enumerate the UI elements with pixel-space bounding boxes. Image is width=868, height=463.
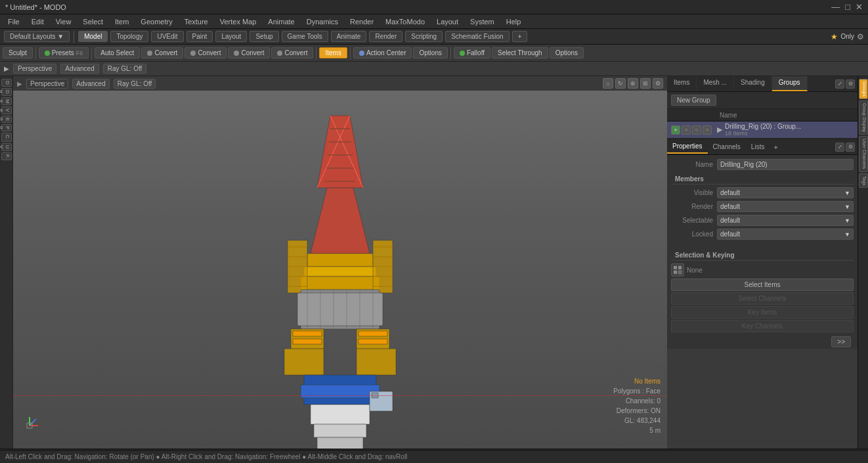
menu-help[interactable]: Help	[501, 16, 527, 27]
vtab-groups[interactable]: Groups	[859, 79, 868, 99]
vp-icon-rotate[interactable]: ↻	[615, 78, 626, 89]
prop-settings-icon[interactable]: ⚙	[846, 143, 855, 152]
vtab-tags[interactable]: Tags	[859, 173, 868, 188]
default-layouts-dropdown[interactable]: Default Layouts ▼	[4, 31, 70, 42]
sidebar-tab-d[interactable]: D	[1, 79, 12, 87]
prop-expand-icon[interactable]: ⤢	[835, 143, 844, 152]
render-dropdown[interactable]: default▼	[717, 201, 854, 212]
name-input[interactable]	[717, 159, 854, 170]
group-expand-arrow[interactable]: ▶	[717, 125, 725, 134]
sidebar-tab-c[interactable]: C.	[1, 133, 12, 142]
mode-render[interactable]: Render	[369, 31, 402, 42]
locked-dropdown[interactable]: default▼	[717, 229, 854, 240]
viewport-mode-btn[interactable]: Perspective	[13, 64, 56, 74]
vp-perspective-btn[interactable]: Perspective	[26, 79, 68, 89]
mode-paint[interactable]: Paint	[186, 31, 213, 42]
mode-setup[interactable]: Setup	[250, 31, 278, 42]
menu-file[interactable]: File	[3, 16, 25, 27]
menu-render[interactable]: Render	[345, 16, 379, 27]
items-btn[interactable]: Items	[319, 47, 347, 58]
menu-geometry[interactable]: Geometry	[135, 16, 177, 27]
3d-viewport[interactable]: ▶ Perspective Advanced Ray GL: Off ⌂ ↻ ⊕…	[13, 76, 667, 449]
menu-select[interactable]: Select	[77, 16, 108, 27]
panel-settings-icon[interactable]: ⚙	[846, 79, 855, 89]
vp-ray-off-btn[interactable]: Ray GL: Off	[114, 79, 156, 89]
group-icon3[interactable]: ○	[692, 125, 701, 135]
convert2-btn[interactable]: Convert	[184, 47, 227, 58]
vp-icon-frame[interactable]: ⊞	[640, 78, 651, 89]
expand-toggle[interactable]: ▶	[4, 65, 9, 72]
vp-expand-icon[interactable]: ▶	[17, 80, 22, 87]
mode-model[interactable]: Model	[78, 31, 108, 42]
menu-system[interactable]: System	[465, 16, 500, 27]
sidebar-tab-po[interactable]: Po	[1, 124, 12, 131]
group-row-drilling-rig[interactable]: ● ○ ○ ○ ▶ Drilling_Rig (20) : Group... 1…	[667, 121, 857, 139]
sidebar-tab-uv[interactable]: UV	[1, 143, 12, 151]
group-visible-icon[interactable]: ●	[671, 125, 680, 135]
mode-scripting[interactable]: Scripting	[405, 31, 443, 42]
mode-animate[interactable]: Animate	[331, 31, 367, 42]
sidebar-tab-me[interactable]: Me	[1, 97, 12, 106]
sidebar-tab-en[interactable]: En	[1, 116, 12, 123]
convert4-btn[interactable]: Convert	[271, 47, 313, 58]
sidebar-tab-f[interactable]: F.	[1, 152, 12, 160]
menu-vertex-map[interactable]: Vertex Map	[215, 16, 262, 27]
vtab-user-channels[interactable]: User Channels	[859, 136, 868, 171]
menu-layout[interactable]: Layout	[431, 16, 464, 27]
expand-all-btn[interactable]: >>	[831, 336, 851, 347]
expand-panel-icon[interactable]: ⤢	[835, 79, 844, 89]
tab-mesh[interactable]: Mesh ...	[697, 76, 734, 91]
convert3-btn[interactable]: Convert	[228, 47, 270, 58]
mode-topology[interactable]: Topology	[110, 31, 148, 42]
vp-icon-zoom[interactable]: ⊕	[628, 78, 638, 89]
minimize-button[interactable]: —	[831, 2, 840, 12]
vp-advanced-btn[interactable]: Advanced	[72, 79, 109, 89]
group-icon4[interactable]: ○	[703, 125, 712, 135]
add-layout-tab[interactable]: +	[512, 31, 528, 42]
auto-select-btn[interactable]: Auto Select	[95, 47, 140, 58]
select-through-btn[interactable]: Select Through	[492, 47, 548, 58]
menu-item[interactable]: Item	[110, 16, 134, 27]
options1-btn[interactable]: Options	[413, 47, 447, 58]
menu-dynamics[interactable]: Dynamics	[301, 16, 343, 27]
sculpt-btn[interactable]: Sculpt	[3, 47, 33, 58]
presets-btn[interactable]: Presets F6	[39, 47, 89, 58]
tab-channels[interactable]: Channels	[708, 141, 746, 153]
new-group-button[interactable]: New Group	[671, 95, 716, 106]
menu-texture[interactable]: Texture	[179, 16, 213, 27]
tab-properties[interactable]: Properties	[667, 140, 708, 154]
tab-items[interactable]: Items	[667, 76, 697, 91]
advanced-btn[interactable]: Advanced	[60, 64, 98, 74]
close-button[interactable]: ✕	[856, 2, 863, 12]
vp-icon-home[interactable]: ⌂	[603, 78, 613, 89]
sidebar-tab-du[interactable]: Du	[1, 88, 12, 96]
select-items-btn[interactable]: Select Items	[671, 278, 854, 291]
tab-add[interactable]: +	[770, 141, 781, 154]
visible-dropdown[interactable]: default▼	[717, 187, 854, 198]
mode-gametools[interactable]: Game Tools	[282, 31, 328, 42]
menu-view[interactable]: View	[51, 16, 77, 27]
maximize-button[interactable]: □	[845, 2, 850, 12]
options2-btn[interactable]: Options	[550, 47, 584, 58]
action-center-btn[interactable]: Action Center	[353, 47, 412, 58]
tab-lists[interactable]: Lists	[746, 141, 770, 153]
sidebar-tab-ve[interactable]: Ve	[1, 106, 12, 114]
tab-shading[interactable]: Shading	[734, 76, 772, 91]
select-channels-btn[interactable]: Select Channels	[671, 292, 854, 305]
mode-uvedit[interactable]: UVEdit	[151, 31, 183, 42]
layout-settings-icon[interactable]: ⚙	[857, 32, 864, 41]
key-channels-btn[interactable]: Key Channels	[671, 320, 854, 332]
selectable-dropdown[interactable]: default▼	[717, 215, 854, 226]
key-items-btn[interactable]: Key Items	[671, 306, 854, 319]
ray-off-btn[interactable]: Ray GL: Off	[103, 64, 147, 74]
group-icon2[interactable]: ○	[682, 125, 691, 135]
menu-animate[interactable]: Animate	[263, 16, 299, 27]
falloff-btn[interactable]: Falloff	[454, 47, 490, 58]
menu-maxtomodo[interactable]: MaxToModo	[380, 16, 430, 27]
mode-layout[interactable]: Layout	[215, 31, 247, 42]
tab-groups[interactable]: Groups	[772, 76, 808, 91]
vp-icon-settings[interactable]: ⚙	[653, 78, 663, 89]
menu-edit[interactable]: Edit	[26, 16, 49, 27]
convert1-btn[interactable]: Convert	[141, 47, 183, 58]
vtab-group-display[interactable]: Group Display	[859, 100, 868, 135]
